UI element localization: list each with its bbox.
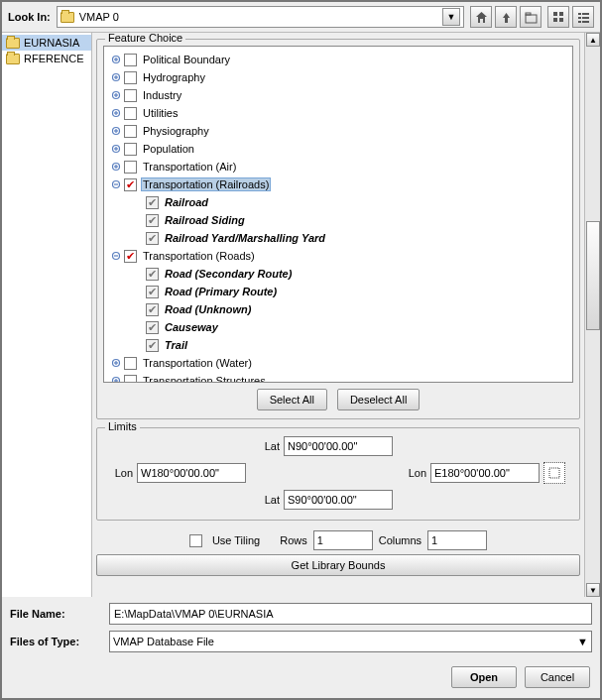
checkbox-icon[interactable]: ✔ xyxy=(146,339,159,352)
lat-south-input[interactable] xyxy=(284,490,393,510)
checkbox-icon[interactable]: ✔ xyxy=(146,286,159,298)
tree-leaf-icon xyxy=(132,196,144,208)
expand-icon[interactable] xyxy=(110,143,122,155)
columns-input[interactable] xyxy=(427,530,487,550)
tree-child-node[interactable]: ✔Road (Primary Route) xyxy=(110,283,566,300)
checkbox-icon[interactable]: ✔ xyxy=(124,178,137,191)
tree-node[interactable]: Political Boundary xyxy=(110,51,566,68)
tree-child-node[interactable]: ✔Road (Secondary Route) xyxy=(110,265,566,283)
cancel-button[interactable]: Cancel xyxy=(525,666,590,688)
right-content: Feature Choice Political BoundaryHydrogr… xyxy=(92,33,584,597)
deselect-all-button[interactable]: Deselect All xyxy=(337,389,420,410)
tree-leaf-icon xyxy=(132,268,144,280)
limits-grid: Lat Lon Lon Lat xyxy=(103,434,573,512)
right-pane: Feature Choice Political BoundaryHydrogr… xyxy=(92,33,600,597)
checkbox-icon[interactable]: ✔ xyxy=(146,268,159,281)
expand-icon[interactable] xyxy=(110,161,122,173)
scroll-up-icon[interactable]: ▲ xyxy=(586,33,600,47)
tree-node[interactable]: ✔Transportation (Railroads) xyxy=(110,175,566,193)
tree-child-node[interactable]: ✔Railroad Yard/Marshalling Yard xyxy=(110,229,566,247)
collapse-icon[interactable] xyxy=(110,250,122,262)
collapse-icon[interactable] xyxy=(110,178,122,190)
select-buttons-row: Select All Deselect All xyxy=(103,389,573,410)
svg-rect-9 xyxy=(582,17,589,19)
tree-node[interactable]: Physiography xyxy=(110,122,566,140)
svg-rect-7 xyxy=(582,13,589,15)
chevron-down-icon[interactable]: ▼ xyxy=(442,8,460,26)
tree-node[interactable]: Transportation (Air) xyxy=(110,158,566,175)
rows-input[interactable] xyxy=(313,530,373,550)
details-view-icon[interactable] xyxy=(572,6,594,28)
tree-node-label: Political Boundary xyxy=(141,54,232,65)
tree-leaf-icon xyxy=(132,339,144,351)
checkbox-icon[interactable] xyxy=(124,54,137,66)
columns-label: Columns xyxy=(379,534,421,546)
tree-node[interactable]: Industry xyxy=(110,86,566,104)
middle-area: EURNASIA RFERENCE Feature Choice Politic… xyxy=(2,32,600,597)
home-icon[interactable] xyxy=(470,6,492,28)
checkbox-icon[interactable] xyxy=(124,107,137,120)
vertical-scrollbar[interactable]: ▲ ▼ xyxy=(584,33,600,597)
lookin-combo[interactable]: VMAP 0 ▼ xyxy=(57,6,464,28)
view-icons xyxy=(547,6,594,28)
checkbox-icon[interactable]: ✔ xyxy=(146,196,159,209)
tree-node[interactable]: Utilities xyxy=(110,104,566,122)
tiling-row: Use Tiling Rows Columns xyxy=(96,526,580,554)
tree-node[interactable]: Population xyxy=(110,140,566,158)
expand-icon[interactable] xyxy=(110,125,122,137)
tree-node[interactable]: Transportation Structures xyxy=(110,372,566,383)
checkbox-icon[interactable] xyxy=(124,89,137,102)
checkbox-icon[interactable] xyxy=(124,357,137,370)
feature-tree[interactable]: Political BoundaryHydrographyIndustryUti… xyxy=(103,46,573,383)
tree-child-node[interactable]: ✔Causeway xyxy=(110,318,566,336)
tree-node-label: Causeway xyxy=(163,321,220,333)
tree-node[interactable]: Transportation (Water) xyxy=(110,354,566,372)
checkbox-icon[interactable]: ✔ xyxy=(146,303,159,316)
folder-item-rference[interactable]: RFERENCE xyxy=(2,51,91,66)
expand-icon[interactable] xyxy=(110,89,122,101)
checkbox-icon[interactable] xyxy=(124,161,137,174)
svg-rect-4 xyxy=(559,12,563,16)
tree-child-node[interactable]: ✔Trail xyxy=(110,336,566,354)
expand-icon[interactable] xyxy=(110,107,122,119)
file-type-combo[interactable]: VMAP Database File ▼ xyxy=(109,631,592,652)
folder-icon xyxy=(60,12,74,23)
chevron-down-icon[interactable]: ▼ xyxy=(577,636,588,647)
tree-child-node[interactable]: ✔Road (Unknown) xyxy=(110,300,566,318)
level-up-icon[interactable] xyxy=(495,6,517,28)
checkbox-icon[interactable] xyxy=(124,71,137,84)
use-tiling-checkbox[interactable] xyxy=(189,534,202,547)
limits-legend: Limits xyxy=(105,420,140,432)
folder-item-eurnasia[interactable]: EURNASIA xyxy=(2,35,91,51)
checkbox-icon[interactable]: ✔ xyxy=(146,321,159,334)
tree-node-label: Road (Primary Route) xyxy=(163,286,279,297)
action-row: Open Cancel xyxy=(2,656,600,698)
bounds-selector-button[interactable] xyxy=(543,462,565,484)
checkbox-icon[interactable]: ✔ xyxy=(146,232,159,245)
tree-node[interactable]: ✔Transportation (Roads) xyxy=(110,247,566,265)
checkbox-icon[interactable]: ✔ xyxy=(146,214,159,227)
checkbox-icon[interactable] xyxy=(124,375,137,384)
new-folder-icon[interactable] xyxy=(520,6,542,28)
select-all-button[interactable]: Select All xyxy=(257,389,327,410)
expand-icon[interactable] xyxy=(110,54,122,65)
lon-east-input[interactable] xyxy=(430,463,540,483)
expand-icon[interactable] xyxy=(110,71,122,83)
scroll-down-icon[interactable]: ▼ xyxy=(586,583,600,597)
checkbox-icon[interactable] xyxy=(124,125,137,138)
lat-north-input[interactable] xyxy=(284,436,393,456)
lon-west-input[interactable] xyxy=(137,463,246,483)
open-button[interactable]: Open xyxy=(451,666,517,688)
use-tiling-label: Use Tiling xyxy=(212,534,260,546)
expand-icon[interactable] xyxy=(110,357,122,369)
list-view-icon[interactable] xyxy=(547,6,569,28)
get-library-bounds-button[interactable]: Get Library Bounds xyxy=(96,554,580,576)
tree-child-node[interactable]: ✔Railroad Siding xyxy=(110,211,566,229)
scroll-thumb[interactable] xyxy=(586,221,600,330)
file-name-input[interactable] xyxy=(109,603,592,625)
tree-node[interactable]: Hydrography xyxy=(110,68,566,86)
expand-icon[interactable] xyxy=(110,375,122,383)
checkbox-icon[interactable] xyxy=(124,143,137,156)
tree-child-node[interactable]: ✔Railroad xyxy=(110,193,566,211)
checkbox-icon[interactable]: ✔ xyxy=(124,250,137,263)
